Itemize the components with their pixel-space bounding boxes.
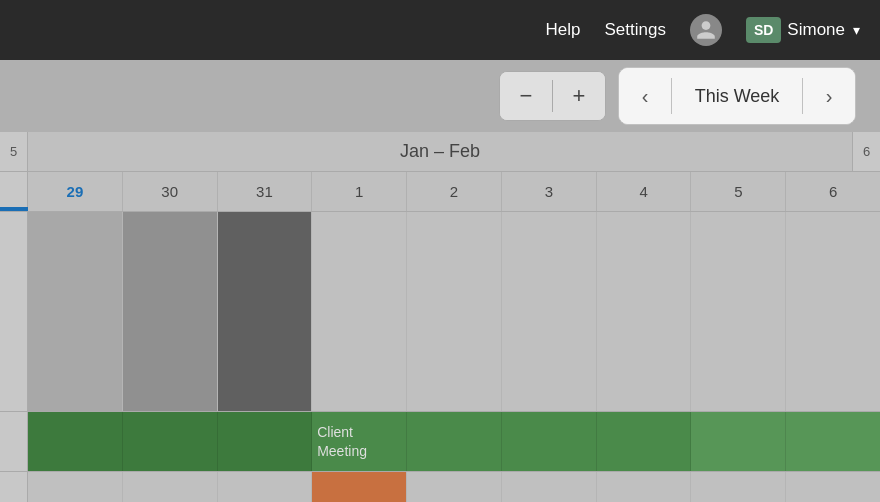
gray-blocks-row <box>0 212 880 412</box>
week-num-right: 6 <box>852 132 880 171</box>
zoom-in-button[interactable]: + <box>553 72 605 120</box>
event-div-6 <box>502 412 597 471</box>
help-link[interactable]: Help <box>546 20 581 40</box>
week-header-row: 5 Jan – Feb 6 <box>0 132 880 172</box>
event-div-7 <box>597 412 692 471</box>
user-name-label: Simone <box>787 20 845 40</box>
event-div-5 <box>407 412 502 471</box>
bottom-day-8 <box>691 472 786 502</box>
day-header-1: 1 <box>312 172 407 211</box>
gray-day-31 <box>218 212 313 411</box>
bottom-row-gutter <box>0 472 28 502</box>
day-header-31: 31 <box>218 172 313 211</box>
zoom-in-icon: + <box>573 83 586 109</box>
gray-day-2 <box>407 212 502 411</box>
prev-week-icon: ‹ <box>642 85 649 108</box>
zoom-out-icon: − <box>520 83 533 109</box>
user-menu[interactable]: SD Simone ▾ <box>746 17 860 43</box>
event-div-8 <box>691 412 786 471</box>
gray-day-30 <box>123 212 218 411</box>
event-div-3 <box>218 412 313 471</box>
bottom-row <box>0 472 880 502</box>
prev-week-button[interactable]: ‹ <box>619 68 671 124</box>
week-navigation: ‹ This Week › <box>618 67 856 125</box>
zoom-out-button[interactable]: − <box>500 72 552 120</box>
next-week-icon: › <box>826 85 833 108</box>
grid-dividers <box>28 412 880 471</box>
bottom-day-4-orange <box>312 472 407 502</box>
bottom-day-2 <box>123 472 218 502</box>
event-div-9 <box>786 412 880 471</box>
toolbar: − + ‹ This Week › <box>0 60 880 132</box>
next-week-button[interactable]: › <box>803 68 855 124</box>
week-label: This Week <box>672 86 802 107</box>
gray-day-1 <box>312 212 407 411</box>
settings-link[interactable]: Settings <box>604 20 665 40</box>
day-header-3: 3 <box>502 172 597 211</box>
bottom-day-5 <box>407 472 502 502</box>
gutter-left-indicator <box>0 172 28 211</box>
day-header-30: 30 <box>123 172 218 211</box>
calendar-container: 5 Jan – Feb 6 29 30 31 1 2 3 4 5 6 <box>0 132 880 502</box>
bottom-day-6 <box>502 472 597 502</box>
day-header-4: 4 <box>597 172 692 211</box>
bottom-day-7 <box>597 472 692 502</box>
user-menu-chevron: ▾ <box>853 22 860 38</box>
gray-day-4 <box>597 212 692 411</box>
today-indicator <box>0 207 28 211</box>
gray-day-5 <box>691 212 786 411</box>
gray-day-29 <box>28 212 123 411</box>
day-numbers-row: 29 30 31 1 2 3 4 5 6 <box>0 172 880 212</box>
day-header-29: 29 <box>28 172 123 211</box>
bottom-day-3 <box>218 472 313 502</box>
user-initials-badge: SD <box>746 17 781 43</box>
event-row-gutter <box>0 412 28 471</box>
avatar-icon <box>690 14 722 46</box>
day-header-5: 5 <box>691 172 786 211</box>
event-cells: Client Meeting <box>28 412 880 471</box>
month-label: Jan – Feb <box>28 132 852 171</box>
calendar-rows: Client Meeting <box>0 212 880 502</box>
gray-day-6 <box>786 212 880 411</box>
bottom-day-1 <box>28 472 123 502</box>
day-header-2: 2 <box>407 172 502 211</box>
day-header-6: 6 <box>786 172 880 211</box>
top-nav: Help Settings SD Simone ▾ <box>0 0 880 60</box>
zoom-controls: − + <box>499 71 606 121</box>
week-num-left: 5 <box>0 132 28 171</box>
event-row: Client Meeting <box>0 412 880 472</box>
event-div-2 <box>123 412 218 471</box>
event-div-4 <box>312 412 407 471</box>
gray-day-3 <box>502 212 597 411</box>
bottom-day-9 <box>786 472 880 502</box>
event-div-1 <box>28 412 123 471</box>
row-gutter-1 <box>0 212 28 411</box>
